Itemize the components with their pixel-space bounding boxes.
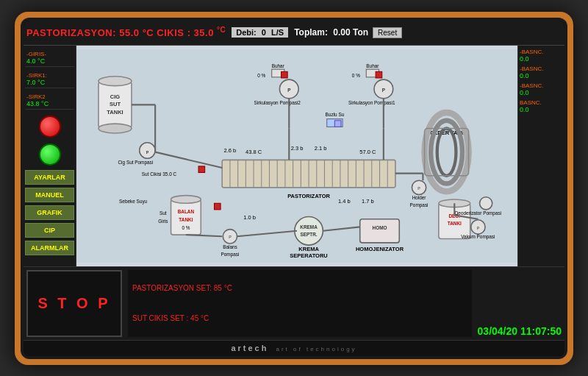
svg-text:1.7 b: 1.7 b: [362, 198, 374, 205]
svg-point-93: [480, 196, 492, 209]
svg-text:P: P: [146, 149, 149, 154]
toplam-display: Toplam: 0.00 Ton: [294, 27, 368, 38]
brand-bar: artech art of technology: [24, 340, 564, 356]
basnc-item-1: -BASNC. 0.0: [520, 49, 563, 63]
sirk2-sensor: -SIRK2 43.8 °C: [25, 91, 74, 110]
debi-display: Debi: 0 L/S: [232, 27, 288, 38]
svg-text:KREMA: KREMA: [298, 245, 319, 252]
svg-text:Buhar: Buhar: [272, 63, 285, 68]
monitor-outer: PASTORIZASYON: 55.0 °C CIKIS : 35.0 °C D…: [15, 12, 573, 365]
svg-text:SEPERATORU: SEPERATORU: [290, 252, 327, 259]
svg-text:Buhar: Buhar: [366, 63, 379, 68]
green-indicator: [39, 143, 61, 166]
svg-text:57.0 C: 57.0 C: [359, 148, 376, 155]
basnc-item-4: BASNC. 0.0: [520, 99, 563, 113]
stop-text: S T O P: [37, 295, 110, 312]
datetime-display: 03/04/20 11:07:50: [478, 270, 562, 337]
svg-rect-112: [376, 71, 382, 78]
svg-text:2.6 b: 2.6 b: [224, 146, 237, 153]
svg-text:P: P: [287, 88, 291, 93]
ayarlar-button[interactable]: AYARLAR: [25, 170, 74, 185]
svg-text:Sirkulasyon Pompasi1: Sirkulasyon Pompasi1: [348, 100, 395, 106]
svg-text:43.8 C: 43.8 C: [245, 148, 262, 155]
red-indicator: [39, 116, 61, 138]
svg-text:Holder: Holder: [412, 194, 427, 199]
svg-text:TANKI: TANKI: [107, 109, 123, 116]
right-sidebar: -BASNC. 0.0 -BASNC. 0.0 -BASNC. 0.0 BASN…: [517, 46, 564, 266]
svg-text:Buzlu Su: Buzlu Su: [326, 112, 345, 117]
svg-text:Sut: Sut: [159, 210, 167, 216]
giris-sensor: -GIRIS- 4.0 °C: [25, 49, 74, 67]
svg-text:0 %: 0 %: [257, 72, 265, 77]
svg-text:SUT: SUT: [110, 101, 121, 107]
svg-text:P: P: [229, 235, 232, 239]
process-area: CIG SUT TANKI BALAN TANKI 0 % HOLDER TAN…: [76, 46, 517, 266]
svg-text:CIG: CIG: [110, 93, 121, 99]
svg-rect-111: [282, 71, 288, 78]
svg-point-3: [98, 124, 132, 133]
header-bar: PASTORIZASYON: 55.0 °C CIKIS : 35.0 °C D…: [24, 21, 564, 46]
svg-text:0 %: 0 %: [352, 72, 360, 77]
pastorizasyon-title: PASTORIZASYON: 55.0 °C CIKIS : 35.0 °C: [26, 26, 226, 38]
svg-text:2.3 b: 2.3 b: [291, 145, 304, 152]
main-content: -GIRIS- 4.0 °C -SIRK1: 7.0 °C -SIRK2 43.…: [24, 46, 564, 266]
svg-text:Balans: Balans: [223, 244, 237, 249]
grafik-button[interactable]: GRAFIK: [25, 205, 74, 220]
basnc-item-3: -BASNC. 0.0: [520, 82, 563, 96]
svg-text:KREMA: KREMA: [300, 224, 318, 229]
svg-point-2: [98, 76, 132, 85]
set1-display: PASTORIZASYON SET: 85 °C: [131, 283, 469, 294]
svg-text:HOMO: HOMO: [373, 224, 387, 230]
left-sidebar: -GIRIS- 4.0 °C -SIRK1: 7.0 °C -SIRK2 43.…: [24, 46, 76, 266]
svg-point-8: [171, 195, 201, 203]
sirk1-sensor: -SIRK1: 7.0 °C: [25, 70, 74, 88]
svg-text:P: P: [477, 225, 480, 230]
svg-text:BALAN: BALAN: [178, 209, 195, 214]
svg-rect-110: [215, 203, 221, 210]
svg-text:PASTORIZATOR: PASTORIZATOR: [287, 192, 330, 199]
svg-text:P: P: [417, 186, 420, 191]
info-panel: PASTORIZASYON SET: 85 °C SUT CIKIS SET :…: [128, 270, 472, 337]
process-diagram-svg: CIG SUT TANKI BALAN TANKI 0 % HOLDER TAN…: [76, 46, 517, 266]
svg-rect-79: [360, 219, 400, 242]
stop-panel: S T O P: [26, 270, 122, 337]
cip-button[interactable]: CIP: [25, 223, 74, 238]
svg-text:0 %: 0 %: [182, 224, 190, 230]
svg-text:SEPTR.: SEPTR.: [301, 232, 318, 237]
brand-name: artech art of technology: [231, 344, 356, 352]
svg-text:P: P: [382, 88, 386, 93]
svg-text:1.0 b: 1.0 b: [243, 213, 256, 220]
svg-rect-109: [198, 166, 205, 172]
svg-text:1.4 b: 1.4 b: [338, 198, 351, 205]
svg-text:HOMOJENIZATOR: HOMOJENIZATOR: [356, 245, 404, 252]
set2-display: SUT CIKIS SET : 45 °C: [131, 313, 469, 324]
reset-button[interactable]: Reset: [373, 27, 402, 38]
manuel-button[interactable]: MANUEL: [25, 188, 74, 202]
svg-text:Sut Cikisi 35.0 C: Sut Cikisi 35.0 C: [142, 171, 177, 176]
svg-point-74: [295, 216, 323, 245]
basnc-item-2: -BASNC. 0.0: [520, 65, 563, 79]
svg-text:TANKI: TANKI: [448, 221, 462, 226]
bottom-section: S T O P PASTORIZASYON SET: 85 °C SUT CIK…: [24, 266, 564, 340]
svg-rect-113: [334, 120, 341, 127]
screen: PASTORIZASYON: 55.0 °C CIKIS : 35.0 °C D…: [24, 21, 564, 356]
svg-text:Pompasi: Pompasi: [410, 202, 429, 207]
svg-text:Giris: Giris: [158, 219, 168, 224]
svg-text:TANKI: TANKI: [179, 216, 193, 221]
svg-text:Cig Sut Pompasi: Cig Sut Pompasi: [118, 159, 153, 165]
svg-text:2.1 b: 2.1 b: [315, 145, 327, 152]
monitor-inner: PASTORIZASYON: 55.0 °C CIKIS : 35.0 °C D…: [21, 18, 567, 359]
svg-text:Sebeke Suyu: Sebeke Suyu: [119, 199, 148, 205]
svg-text:Vakum Pompasi: Vakum Pompasi: [461, 234, 495, 240]
alarmlar-button[interactable]: ALARMLAR: [25, 241, 74, 255]
svg-text:Pompasi: Pompasi: [220, 252, 239, 258]
svg-text:Sirkulasyon Pompasi2: Sirkulasyon Pompasi2: [254, 100, 301, 106]
